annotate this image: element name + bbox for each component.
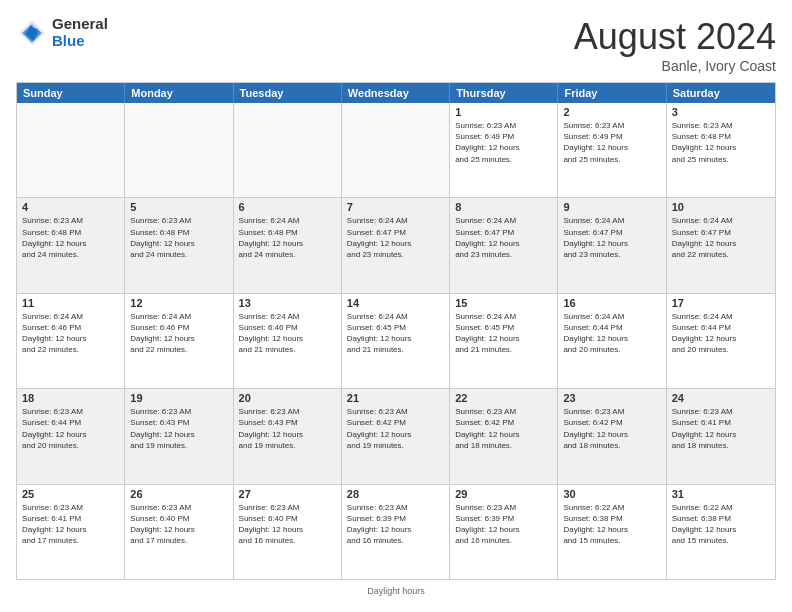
day-info: Sunrise: 6:22 AM Sunset: 6:38 PM Dayligh… — [672, 502, 770, 547]
day-info: Sunrise: 6:23 AM Sunset: 6:49 PM Dayligh… — [455, 120, 552, 165]
cal-header-day: Tuesday — [234, 83, 342, 103]
cal-cell: 10Sunrise: 6:24 AM Sunset: 6:47 PM Dayli… — [667, 198, 775, 292]
day-number: 24 — [672, 392, 770, 404]
cal-cell: 2Sunrise: 6:23 AM Sunset: 6:49 PM Daylig… — [558, 103, 666, 197]
logo-blue: Blue — [52, 32, 85, 49]
day-number: 16 — [563, 297, 660, 309]
calendar-row: 11Sunrise: 6:24 AM Sunset: 6:46 PM Dayli… — [17, 294, 775, 389]
cal-cell: 8Sunrise: 6:24 AM Sunset: 6:47 PM Daylig… — [450, 198, 558, 292]
cal-cell: 28Sunrise: 6:23 AM Sunset: 6:39 PM Dayli… — [342, 485, 450, 579]
cal-header-day: Sunday — [17, 83, 125, 103]
cal-cell — [17, 103, 125, 197]
day-info: Sunrise: 6:23 AM Sunset: 6:39 PM Dayligh… — [455, 502, 552, 547]
day-info: Sunrise: 6:24 AM Sunset: 6:47 PM Dayligh… — [672, 215, 770, 260]
header: General Blue August 2024 Banle, Ivory Co… — [16, 16, 776, 74]
calendar-body: 1Sunrise: 6:23 AM Sunset: 6:49 PM Daylig… — [17, 103, 775, 579]
day-info: Sunrise: 6:24 AM Sunset: 6:45 PM Dayligh… — [455, 311, 552, 356]
day-info: Sunrise: 6:24 AM Sunset: 6:47 PM Dayligh… — [347, 215, 444, 260]
day-number: 7 — [347, 201, 444, 213]
calendar-row: 1Sunrise: 6:23 AM Sunset: 6:49 PM Daylig… — [17, 103, 775, 198]
page: General Blue August 2024 Banle, Ivory Co… — [0, 0, 792, 612]
cal-cell: 9Sunrise: 6:24 AM Sunset: 6:47 PM Daylig… — [558, 198, 666, 292]
cal-cell: 13Sunrise: 6:24 AM Sunset: 6:46 PM Dayli… — [234, 294, 342, 388]
day-info: Sunrise: 6:24 AM Sunset: 6:46 PM Dayligh… — [22, 311, 119, 356]
day-info: Sunrise: 6:23 AM Sunset: 6:49 PM Dayligh… — [563, 120, 660, 165]
day-info: Sunrise: 6:22 AM Sunset: 6:38 PM Dayligh… — [563, 502, 660, 547]
day-number: 4 — [22, 201, 119, 213]
cal-cell: 3Sunrise: 6:23 AM Sunset: 6:48 PM Daylig… — [667, 103, 775, 197]
day-number: 8 — [455, 201, 552, 213]
cal-cell: 4Sunrise: 6:23 AM Sunset: 6:48 PM Daylig… — [17, 198, 125, 292]
day-number: 22 — [455, 392, 552, 404]
day-info: Sunrise: 6:23 AM Sunset: 6:44 PM Dayligh… — [22, 406, 119, 451]
day-info: Sunrise: 6:24 AM Sunset: 6:47 PM Dayligh… — [455, 215, 552, 260]
day-number: 10 — [672, 201, 770, 213]
logo-general: General — [52, 15, 108, 32]
cal-header-day: Friday — [558, 83, 666, 103]
cal-cell: 26Sunrise: 6:23 AM Sunset: 6:40 PM Dayli… — [125, 485, 233, 579]
cal-cell — [342, 103, 450, 197]
day-number: 28 — [347, 488, 444, 500]
cal-header-day: Saturday — [667, 83, 775, 103]
month-title: August 2024 — [574, 16, 776, 58]
day-number: 15 — [455, 297, 552, 309]
cal-cell: 18Sunrise: 6:23 AM Sunset: 6:44 PM Dayli… — [17, 389, 125, 483]
day-number: 21 — [347, 392, 444, 404]
cal-cell: 31Sunrise: 6:22 AM Sunset: 6:38 PM Dayli… — [667, 485, 775, 579]
day-number: 17 — [672, 297, 770, 309]
cal-cell: 16Sunrise: 6:24 AM Sunset: 6:44 PM Dayli… — [558, 294, 666, 388]
cal-cell: 25Sunrise: 6:23 AM Sunset: 6:41 PM Dayli… — [17, 485, 125, 579]
day-number: 9 — [563, 201, 660, 213]
day-info: Sunrise: 6:23 AM Sunset: 6:39 PM Dayligh… — [347, 502, 444, 547]
cal-cell: 29Sunrise: 6:23 AM Sunset: 6:39 PM Dayli… — [450, 485, 558, 579]
cal-header-day: Monday — [125, 83, 233, 103]
calendar: SundayMondayTuesdayWednesdayThursdayFrid… — [16, 82, 776, 580]
cal-cell: 30Sunrise: 6:22 AM Sunset: 6:38 PM Dayli… — [558, 485, 666, 579]
cal-cell: 5Sunrise: 6:23 AM Sunset: 6:48 PM Daylig… — [125, 198, 233, 292]
day-info: Sunrise: 6:23 AM Sunset: 6:41 PM Dayligh… — [672, 406, 770, 451]
day-info: Sunrise: 6:24 AM Sunset: 6:46 PM Dayligh… — [130, 311, 227, 356]
cal-header-day: Thursday — [450, 83, 558, 103]
cal-cell — [234, 103, 342, 197]
day-number: 23 — [563, 392, 660, 404]
cal-cell: 21Sunrise: 6:23 AM Sunset: 6:42 PM Dayli… — [342, 389, 450, 483]
day-number: 19 — [130, 392, 227, 404]
day-number: 11 — [22, 297, 119, 309]
day-number: 5 — [130, 201, 227, 213]
cal-cell: 15Sunrise: 6:24 AM Sunset: 6:45 PM Dayli… — [450, 294, 558, 388]
day-info: Sunrise: 6:23 AM Sunset: 6:42 PM Dayligh… — [455, 406, 552, 451]
cal-cell: 7Sunrise: 6:24 AM Sunset: 6:47 PM Daylig… — [342, 198, 450, 292]
logo-icon — [16, 17, 48, 49]
day-number: 29 — [455, 488, 552, 500]
cal-cell: 6Sunrise: 6:24 AM Sunset: 6:48 PM Daylig… — [234, 198, 342, 292]
day-info: Sunrise: 6:23 AM Sunset: 6:48 PM Dayligh… — [672, 120, 770, 165]
cal-header-day: Wednesday — [342, 83, 450, 103]
cal-cell: 20Sunrise: 6:23 AM Sunset: 6:43 PM Dayli… — [234, 389, 342, 483]
cal-cell: 17Sunrise: 6:24 AM Sunset: 6:44 PM Dayli… — [667, 294, 775, 388]
day-number: 12 — [130, 297, 227, 309]
day-number: 26 — [130, 488, 227, 500]
calendar-header: SundayMondayTuesdayWednesdayThursdayFrid… — [17, 83, 775, 103]
cal-cell: 19Sunrise: 6:23 AM Sunset: 6:43 PM Dayli… — [125, 389, 233, 483]
day-number: 2 — [563, 106, 660, 118]
day-info: Sunrise: 6:23 AM Sunset: 6:48 PM Dayligh… — [22, 215, 119, 260]
day-info: Sunrise: 6:24 AM Sunset: 6:47 PM Dayligh… — [563, 215, 660, 260]
footer: Daylight hours — [16, 586, 776, 596]
cal-cell: 11Sunrise: 6:24 AM Sunset: 6:46 PM Dayli… — [17, 294, 125, 388]
day-number: 1 — [455, 106, 552, 118]
day-number: 14 — [347, 297, 444, 309]
day-number: 27 — [239, 488, 336, 500]
title-block: August 2024 Banle, Ivory Coast — [574, 16, 776, 74]
cal-cell: 1Sunrise: 6:23 AM Sunset: 6:49 PM Daylig… — [450, 103, 558, 197]
day-number: 20 — [239, 392, 336, 404]
day-info: Sunrise: 6:23 AM Sunset: 6:40 PM Dayligh… — [239, 502, 336, 547]
cal-cell: 22Sunrise: 6:23 AM Sunset: 6:42 PM Dayli… — [450, 389, 558, 483]
logo: General Blue — [16, 16, 108, 49]
calendar-row: 25Sunrise: 6:23 AM Sunset: 6:41 PM Dayli… — [17, 485, 775, 579]
day-info: Sunrise: 6:23 AM Sunset: 6:43 PM Dayligh… — [130, 406, 227, 451]
location-subtitle: Banle, Ivory Coast — [574, 58, 776, 74]
day-info: Sunrise: 6:24 AM Sunset: 6:44 PM Dayligh… — [563, 311, 660, 356]
day-number: 13 — [239, 297, 336, 309]
day-info: Sunrise: 6:23 AM Sunset: 6:43 PM Dayligh… — [239, 406, 336, 451]
day-info: Sunrise: 6:23 AM Sunset: 6:48 PM Dayligh… — [130, 215, 227, 260]
